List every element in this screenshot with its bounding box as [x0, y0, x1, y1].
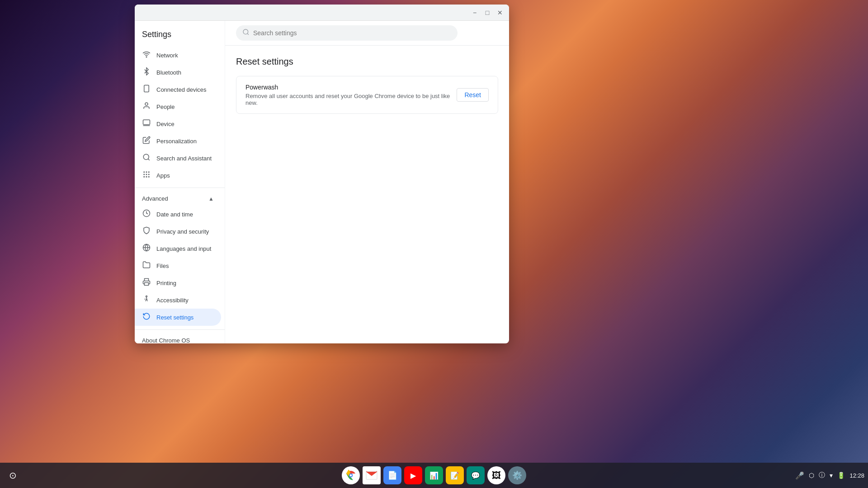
sidebar-item-date-time-label: Date and time: [156, 211, 193, 218]
taskbar-app-sheets[interactable]: 📊: [425, 466, 443, 484]
taskbar-app-chat[interactable]: 💬: [467, 466, 485, 484]
settings-title: Settings: [135, 24, 225, 47]
phone-icon: [142, 84, 151, 94]
window-titlebar: − □ ✕: [135, 5, 509, 21]
person-icon: [142, 102, 151, 112]
globe-icon: [142, 244, 151, 253]
main-content: Reset settings Powerwash Remove all user…: [225, 46, 509, 343]
search-nav-icon: [142, 153, 151, 163]
main-header: [225, 21, 509, 46]
laptop-icon: [142, 119, 151, 129]
svg-point-0: [146, 56, 147, 57]
window-body: Settings Network: [135, 21, 509, 343]
sidebar-item-people-label: People: [156, 103, 175, 110]
taskbar-app-keep[interactable]: 📝: [446, 466, 464, 484]
taskbar-app-photos[interactable]: 🖼: [487, 466, 505, 484]
sidebar-item-network-label: Network: [156, 52, 178, 59]
svg-point-13: [148, 174, 150, 175]
svg-point-10: [148, 171, 150, 173]
sidebar-item-date-time[interactable]: Date and time: [135, 206, 221, 223]
sidebar-item-printing-label: Printing: [156, 280, 176, 286]
microphone-icon[interactable]: 🎤: [795, 471, 804, 480]
battery-icon[interactable]: 🔋: [837, 472, 845, 479]
close-button[interactable]: ✕: [495, 7, 505, 18]
svg-point-15: [146, 176, 147, 178]
svg-point-16: [148, 176, 150, 178]
svg-rect-20: [145, 283, 149, 286]
sidebar-item-network[interactable]: Network: [135, 47, 221, 64]
launcher-button[interactable]: ⊙: [4, 466, 22, 484]
clock-display[interactable]: 12:28: [849, 472, 864, 479]
sidebar-item-search-assistant-label: Search and Assistant: [156, 155, 212, 162]
sidebar-item-accessibility-label: Accessibility: [156, 297, 189, 304]
folder-icon: [142, 261, 151, 271]
powerwash-content: Powerwash Remove all user accounts and r…: [245, 84, 457, 106]
taskbar-app-settings[interactable]: ⚙️: [508, 466, 526, 484]
taskbar-center: 📄 ▶ 📊 📝 💬 🖼 ⚙️: [342, 466, 526, 484]
bluetooth-icon: [142, 67, 151, 77]
svg-point-6: [143, 154, 149, 160]
sidebar-item-apps[interactable]: Apps: [135, 167, 221, 184]
sidebar-item-bluetooth[interactable]: Bluetooth: [135, 64, 221, 81]
sidebar-item-search-assistant[interactable]: Search and Assistant: [135, 150, 221, 167]
shield-icon: [142, 226, 151, 236]
svg-point-12: [146, 174, 147, 175]
svg-point-26: [350, 474, 352, 477]
powerwash-card: Powerwash Remove all user accounts and r…: [236, 76, 498, 114]
taskbar-app-gmail[interactable]: [363, 466, 381, 484]
sidebar-item-device-label: Device: [156, 121, 175, 127]
sidebar-item-apps-label: Apps: [156, 172, 170, 179]
svg-point-22: [243, 29, 248, 34]
powerwash-title: Powerwash: [245, 84, 457, 91]
taskbar-app-docs[interactable]: 📄: [383, 466, 401, 484]
network-status-icon[interactable]: ▾: [830, 472, 833, 479]
page-title: Reset settings: [236, 56, 498, 67]
svg-point-9: [146, 171, 147, 173]
cast-icon[interactable]: ⬡: [809, 472, 814, 479]
taskbar: ⊙: [0, 463, 868, 488]
powerwash-description: Remove all user accounts and reset your …: [245, 93, 457, 106]
svg-point-11: [143, 174, 145, 175]
svg-point-14: [143, 176, 145, 178]
clock-icon: [142, 209, 151, 219]
sidebar-divider: [135, 188, 225, 188]
taskbar-app-chrome[interactable]: [342, 466, 360, 484]
sidebar-item-files[interactable]: Files: [135, 257, 221, 274]
sidebar-item-printing[interactable]: Printing: [135, 274, 221, 291]
sidebar-item-reset-settings[interactable]: Reset settings: [135, 309, 221, 326]
sidebar-item-device[interactable]: Device: [135, 115, 221, 132]
settings-window: − □ ✕ Settings: [135, 5, 509, 343]
chevron-up-icon: ▲: [208, 196, 214, 202]
sidebar-item-languages-input[interactable]: Languages and input: [135, 240, 221, 257]
advanced-label: Advanced: [142, 195, 168, 202]
sidebar-item-files-label: Files: [156, 263, 169, 269]
sidebar-item-connected-devices-label: Connected devices: [156, 86, 207, 93]
printer-icon: [142, 278, 151, 288]
sidebar-item-people[interactable]: People: [135, 98, 221, 115]
search-icon: [242, 28, 250, 38]
accessibility-icon: [142, 295, 151, 305]
minimize-button[interactable]: −: [469, 7, 480, 18]
sidebar-item-connected-devices[interactable]: Connected devices: [135, 81, 221, 98]
sidebar-item-about[interactable]: About Chrome OS: [135, 333, 225, 343]
taskbar-right: 🎤 ⬡ ⓘ ▾ 🔋 12:28: [795, 471, 864, 480]
sidebar-item-privacy-security[interactable]: Privacy and security: [135, 223, 221, 240]
svg-point-3: [145, 103, 148, 105]
wifi-icon: [142, 50, 151, 60]
taskbar-left: ⊙: [4, 466, 22, 484]
sidebar-item-bluetooth-label: Bluetooth: [156, 69, 181, 76]
sidebar-item-privacy-security-label: Privacy and security: [156, 228, 209, 235]
sidebar-item-personalization[interactable]: Personalization: [135, 132, 221, 150]
sidebar-item-accessibility[interactable]: Accessibility: [135, 291, 221, 309]
sidebar: Settings Network: [135, 21, 225, 343]
edit-icon: [142, 136, 151, 146]
main-area: Reset settings Powerwash Remove all user…: [225, 21, 509, 343]
search-bar[interactable]: [236, 25, 458, 41]
taskbar-app-youtube[interactable]: ▶: [404, 466, 422, 484]
maximize-button[interactable]: □: [482, 7, 493, 18]
advanced-section-header[interactable]: Advanced ▲: [135, 192, 221, 206]
sidebar-item-reset-settings-label: Reset settings: [156, 314, 193, 321]
search-input[interactable]: [253, 29, 451, 37]
info-icon[interactable]: ⓘ: [819, 471, 825, 479]
powerwash-reset-button[interactable]: Reset: [457, 88, 489, 102]
